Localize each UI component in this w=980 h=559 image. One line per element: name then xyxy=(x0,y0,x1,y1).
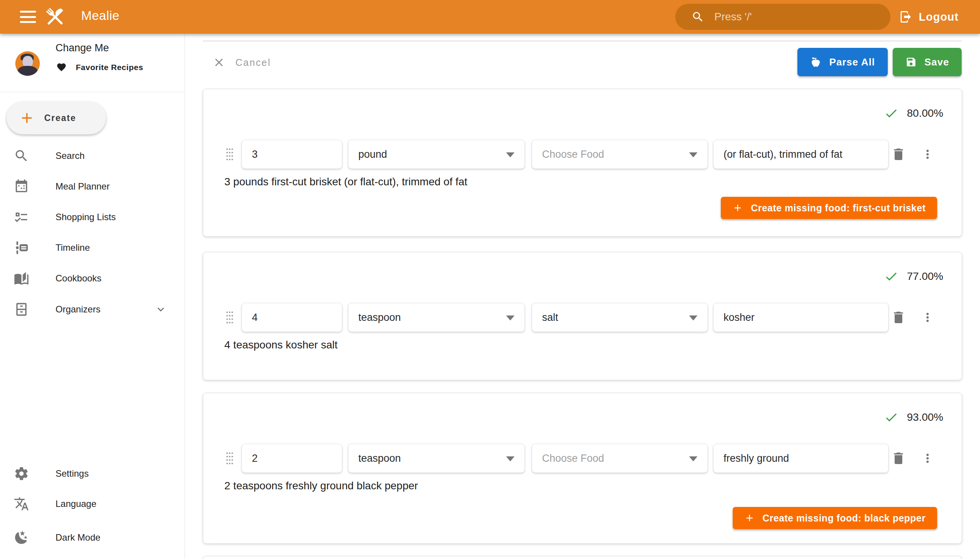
sidebar: Change Me Favorite Recipes + Create Sear… xyxy=(0,34,185,559)
create-missing-food-button[interactable]: Create missing food: black pepper xyxy=(733,507,937,529)
dropdown-arrow-icon xyxy=(506,316,514,321)
main-content: Cancel Parse All Save 80.00% 3 pound xyxy=(185,34,980,559)
moon-icon xyxy=(14,530,29,545)
confidence-indicator: 77.00% xyxy=(884,269,943,284)
ingredient-card: 93.00% 2 teaspoon Choose Food freshly gr… xyxy=(203,393,962,544)
apple-icon xyxy=(810,56,821,68)
ingredient-fields-row: 4 teaspoon salt kosher xyxy=(203,303,962,332)
drag-handle-icon[interactable] xyxy=(224,452,235,465)
scrolled-card-edge xyxy=(203,41,962,41)
drag-handle-icon[interactable] xyxy=(224,311,235,324)
ingredient-card-partial xyxy=(203,556,962,559)
checklist-icon xyxy=(14,210,29,225)
original-ingredient-text: 3 pounds first-cut brisket (or flat-cut)… xyxy=(224,176,468,188)
unit-select[interactable]: teaspoon xyxy=(348,303,525,332)
gear-icon xyxy=(14,466,29,481)
confidence-value: 80.00% xyxy=(907,107,943,119)
food-select[interactable]: salt xyxy=(532,303,708,332)
trash-icon xyxy=(891,310,906,325)
drag-handle-icon[interactable] xyxy=(224,148,235,161)
confidence-value: 93.00% xyxy=(907,411,943,423)
app-title: Mealie xyxy=(81,8,119,23)
confidence-value: 77.00% xyxy=(907,270,943,283)
plus-icon xyxy=(744,513,755,523)
chevron-down-icon xyxy=(154,303,167,316)
logout-icon xyxy=(899,10,912,24)
sidebar-item-cookbooks[interactable]: Cookbooks xyxy=(0,265,185,292)
sidebar-divider xyxy=(0,92,185,92)
more-options-button[interactable] xyxy=(918,449,937,468)
menu-hamburger-icon[interactable] xyxy=(20,11,36,23)
user-name: Change Me xyxy=(56,42,109,54)
ingredient-fields-row: 2 teaspoon Choose Food freshly ground xyxy=(203,444,962,473)
parse-all-button[interactable]: Parse All xyxy=(797,48,888,76)
dropdown-arrow-icon xyxy=(689,316,697,321)
dots-vertical-icon xyxy=(921,452,934,465)
heart-icon xyxy=(56,62,67,72)
sidebar-item-dark-mode[interactable]: Dark Mode xyxy=(0,524,185,551)
more-options-button[interactable] xyxy=(918,145,937,164)
dropdown-arrow-icon xyxy=(689,456,697,461)
sidebar-item-organizers[interactable]: Organizers xyxy=(0,296,185,323)
note-input[interactable]: kosher xyxy=(713,303,889,332)
note-input[interactable]: (or flat-cut), trimmed of fat xyxy=(713,140,889,169)
note-input[interactable]: freshly ground xyxy=(713,444,889,473)
dots-vertical-icon xyxy=(921,147,934,161)
delete-button[interactable] xyxy=(889,308,908,327)
check-icon xyxy=(884,269,899,284)
logout-button[interactable]: Logout xyxy=(899,0,959,34)
dropdown-arrow-icon xyxy=(506,152,514,157)
sidebar-item-settings[interactable]: Settings xyxy=(0,460,185,488)
trash-icon xyxy=(891,451,906,466)
quantity-input[interactable]: 2 xyxy=(241,444,342,473)
sidebar-item-meal-planner[interactable]: Meal Planner xyxy=(0,173,185,200)
create-button[interactable]: + Create xyxy=(7,101,106,134)
original-ingredient-text: 4 teaspoons kosher salt xyxy=(224,339,338,351)
food-select[interactable]: Choose Food xyxy=(532,140,708,169)
dropdown-arrow-icon xyxy=(689,152,697,157)
save-button[interactable]: Save xyxy=(893,48,962,76)
plus-icon xyxy=(732,203,743,213)
sidebar-item-search[interactable]: Search xyxy=(0,142,185,170)
user-avatar[interactable] xyxy=(15,51,40,76)
confidence-indicator: 80.00% xyxy=(884,106,943,121)
open-book-icon xyxy=(14,271,29,286)
sidebar-item-language[interactable]: Language xyxy=(0,490,185,518)
create-missing-food-button[interactable]: Create missing food: first-cut brisket xyxy=(721,197,937,219)
plus-icon: + xyxy=(21,108,33,128)
food-select[interactable]: Choose Food xyxy=(532,444,708,473)
check-icon xyxy=(884,106,899,121)
delete-button[interactable] xyxy=(889,145,908,164)
unit-select[interactable]: teaspoon xyxy=(348,444,525,473)
quantity-input[interactable]: 3 xyxy=(241,140,342,169)
dropdown-arrow-icon xyxy=(506,456,514,461)
search-placeholder: Press '/' xyxy=(714,11,752,23)
app-header: Mealie Press '/' Logout xyxy=(0,0,980,34)
close-icon xyxy=(212,56,225,69)
ingredient-card: 80.00% 3 pound Choose Food (or flat-cut)… xyxy=(203,89,962,237)
sidebar-item-shopping-lists[interactable]: Shopping Lists xyxy=(0,203,185,231)
check-icon xyxy=(884,410,899,425)
search-icon xyxy=(691,10,704,23)
mealie-logo-icon xyxy=(43,5,68,31)
confidence-indicator: 93.00% xyxy=(884,410,943,425)
translate-icon xyxy=(14,496,29,511)
ingredient-fields-row: 3 pound Choose Food (or flat-cut), trimm… xyxy=(203,140,962,169)
ingredient-card: 77.00% 4 teaspoon salt kosher xyxy=(203,252,962,380)
delete-button[interactable] xyxy=(889,449,908,468)
more-options-button[interactable] xyxy=(918,308,937,327)
favorite-recipes-link[interactable]: Favorite Recipes xyxy=(56,62,143,72)
trash-icon xyxy=(891,147,906,162)
file-cabinet-icon xyxy=(14,302,29,317)
quantity-input[interactable]: 4 xyxy=(241,303,342,332)
calendar-icon xyxy=(14,179,29,194)
dots-vertical-icon xyxy=(921,311,934,324)
sidebar-item-timeline[interactable]: Timeline xyxy=(0,234,185,261)
timeline-icon xyxy=(14,240,29,255)
global-search-input[interactable]: Press '/' xyxy=(675,4,891,30)
unit-select[interactable]: pound xyxy=(348,140,525,169)
save-icon xyxy=(906,56,917,68)
original-ingredient-text: 2 teaspoons freshly ground black pepper xyxy=(224,480,418,492)
cancel-button[interactable]: Cancel xyxy=(212,56,271,69)
search-icon xyxy=(14,148,29,164)
